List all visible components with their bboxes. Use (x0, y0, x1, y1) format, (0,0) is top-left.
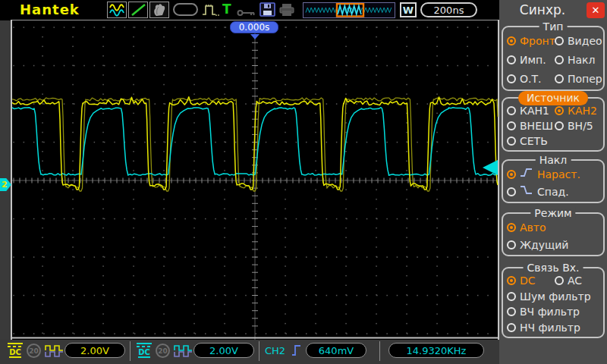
radio-option-coupling-2[interactable]: Шум фильтр (507, 290, 602, 303)
divider (130, 341, 131, 361)
ch1-bandwidth-20-icon: 20 (27, 344, 41, 358)
option-label: AC (568, 275, 582, 287)
measure-line-button[interactable] (128, 2, 148, 18)
radio-option-coupling-1[interactable]: AC (555, 275, 602, 287)
radio-option-type-4[interactable]: О.Т. (507, 73, 555, 85)
radio-icon (555, 106, 564, 115)
radio-option-source-4[interactable]: СЕТЬ (507, 135, 555, 147)
window-mode-button[interactable]: W (400, 2, 417, 17)
ch2-bandwidth-label: 20 (158, 347, 168, 355)
section-coupling: Связь Вх.DCACШум фильтрВЧ фильтрНЧ фильт… (502, 267, 605, 338)
radio-icon (555, 36, 564, 46)
empty-indicator-slot (173, 3, 198, 16)
ch2-scale-value: 2.00V (209, 345, 238, 356)
waveform-channels-icon (109, 2, 126, 17)
ch2-dc-coupling-icon[interactable]: DC (135, 343, 153, 358)
status-bar: DC 20 2.00V DC 20 2.00V (0, 340, 499, 364)
radio-option-source-0[interactable]: КАН1 (507, 105, 555, 117)
option-label: ВН/5 (568, 120, 593, 132)
ch1-coupling-label: DC (9, 348, 21, 358)
section-items: DCACШум фильтрВЧ фильтрНЧ фильтр (507, 273, 602, 335)
option-label: О.Т. (520, 73, 541, 85)
radio-icon (507, 74, 516, 83)
measure-line-icon (130, 2, 147, 17)
key-lock-icon (237, 6, 257, 20)
print-icon[interactable] (279, 3, 295, 20)
divider (259, 341, 259, 361)
memory-window-waveform (304, 3, 395, 17)
ch1-scale-readout: 2.00V (64, 343, 125, 358)
hand-icon (151, 2, 168, 17)
section-items: АвтоЖдущий (507, 218, 602, 253)
option-label: Попер (568, 73, 602, 85)
save-floppy-icon[interactable] (259, 2, 276, 20)
section-mode: РежимАвтоЖдущий (502, 212, 605, 256)
ch2-invert-icon (174, 344, 193, 362)
radio-icon (507, 136, 516, 146)
radio-option-coupling-3[interactable]: ВЧ фильтр (507, 306, 602, 318)
falling-edge-icon (520, 184, 533, 199)
memory-window-preview[interactable] (303, 2, 395, 18)
frequency-value: 14.9320KHz (407, 345, 467, 356)
waveform-channels-button[interactable] (107, 2, 127, 18)
radio-option-mode-1[interactable]: Ждущий (507, 239, 602, 251)
hand-drag-button[interactable] (149, 2, 169, 18)
radio-option-type-3[interactable]: Накл (555, 54, 602, 66)
option-label: Фронт (520, 35, 555, 47)
option-label: Спад. (537, 186, 569, 198)
option-label: Авто (520, 221, 546, 234)
option-label: ВЧ фильтр (520, 306, 580, 318)
radio-option-source-3[interactable]: ВН/5 (555, 120, 602, 132)
option-label: НЧ фильтр (520, 322, 580, 334)
radio-option-type-2[interactable]: Имп. (507, 54, 555, 66)
option-label: Нараст. (537, 168, 580, 180)
radio-icon (507, 307, 516, 316)
option-label: Видео (568, 35, 602, 47)
ch2-bandwidth-20-icon: 20 (156, 344, 170, 358)
radio-option-source-2[interactable]: ВНЕШ (507, 120, 555, 132)
section-items: ФронтВидеоИмп.НаклО.Т.Попер (507, 32, 602, 88)
radio-icon (555, 74, 564, 83)
close-icon[interactable]: ✕ (587, 2, 605, 18)
radio-option-type-5[interactable]: Попер (555, 73, 602, 85)
trigger-time-value: 0.000s (239, 22, 270, 33)
radio-option-slope-1[interactable]: Спад. (507, 184, 602, 199)
option-label: СЕТЬ (520, 135, 548, 147)
ch2-coupling-label: DC (138, 348, 150, 358)
option-label: КАН1 (520, 105, 549, 117)
trigger-t-icon: T (222, 2, 231, 17)
section-items: Нараст.Спад. (507, 165, 602, 200)
radio-icon (555, 276, 564, 285)
radio-option-source-1[interactable]: КАН2 (555, 105, 602, 117)
radio-icon (507, 187, 516, 196)
radio-icon (507, 106, 516, 115)
radio-icon (507, 292, 516, 301)
radio-option-type-0[interactable]: Фронт (507, 35, 555, 47)
ch1-invert-icon (45, 344, 64, 362)
trigger-menu-panel: Синхр. ✕ ТипФронтВидеоИмп.НаклО.Т.ПоперИ… (499, 0, 607, 364)
radio-icon (555, 55, 564, 64)
radio-icon (507, 170, 516, 179)
brand-logo: Hantek (20, 2, 80, 17)
section-source: ИсточникКАН1КАН2ВНЕШВН/5СЕТЬ (502, 97, 605, 152)
trigger-slope-icon (291, 343, 302, 361)
pulse-icon (202, 3, 221, 20)
option-label: ВНЕШ (520, 120, 553, 132)
option-label: КАН2 (568, 105, 597, 117)
trigger-position-tag[interactable]: 0.000s (230, 21, 278, 33)
panel-title: Синхр. (499, 2, 586, 17)
option-label: Шум фильтр (520, 290, 591, 303)
section-slope: НаклНараст.Спад. (502, 159, 605, 203)
radio-option-slope-0[interactable]: Нараст. (507, 167, 602, 181)
option-label: Имп. (520, 54, 546, 66)
radio-icon (507, 240, 516, 249)
radio-option-mode-0[interactable]: Авто (507, 221, 602, 234)
top-toolbar: Hantek T (0, 0, 499, 20)
radio-icon (507, 36, 516, 46)
trigger-position-pointer (250, 34, 259, 39)
radio-option-coupling-0[interactable]: DC (507, 275, 555, 287)
radio-option-coupling-4[interactable]: НЧ фильтр (507, 322, 602, 334)
ch1-dc-coupling-icon[interactable]: DC (6, 343, 24, 358)
radio-option-type-1[interactable]: Видео (555, 35, 602, 47)
ch1-bandwidth-label: 20 (29, 347, 39, 355)
